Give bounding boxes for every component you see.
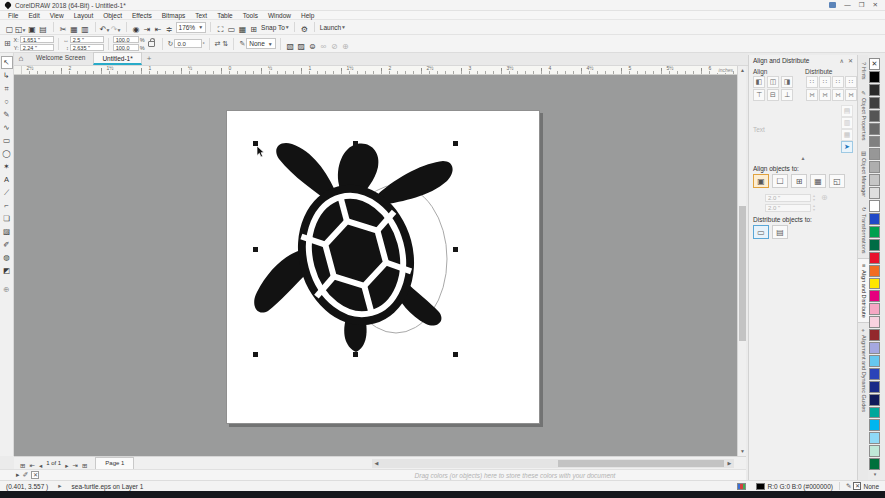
distribute-right-icon[interactable]: ∷	[845, 76, 857, 88]
align-center-vertical-icon[interactable]: ⊟	[767, 89, 779, 101]
palette-swatch-30-black[interactable]	[869, 161, 880, 173]
tab-welcome-screen[interactable]: Welcome Screen	[28, 52, 93, 65]
docker-tab-hints[interactable]: ?Hints	[858, 57, 869, 85]
distribute-top-icon[interactable]: ∺	[806, 89, 818, 101]
wrap-paragraph-text-icon[interactable]: ▧	[285, 40, 296, 52]
minimize-button[interactable]: —	[844, 2, 851, 9]
y-position-field[interactable]: 2.24 "	[20, 44, 54, 51]
restore-button[interactable]: ❐	[859, 2, 865, 9]
palette-swatch-forest-green[interactable]	[869, 458, 880, 470]
palette-swatch-no-color[interactable]: ✕	[869, 58, 880, 70]
align-center-horizontal-icon[interactable]: ◫	[767, 76, 779, 88]
pick-tool[interactable]: ↖	[1, 56, 13, 69]
no-color-swatch[interactable]: ✕	[31, 471, 39, 479]
palette-swatch-navy[interactable]	[869, 394, 880, 406]
home-icon[interactable]: ⌂	[14, 53, 28, 65]
scroll-down-icon[interactable]: ▼	[738, 447, 747, 456]
cut-icon[interactable]: ✂	[58, 24, 69, 36]
selection-handle-middle-left[interactable]	[253, 247, 258, 252]
color-eyedropper-tool[interactable]: ✐	[1, 238, 13, 251]
palette-swatch-50-black[interactable]	[869, 136, 880, 148]
color-proof-icon[interactable]	[737, 483, 746, 490]
distribute-spacing-v-icon[interactable]: ∺	[832, 89, 844, 101]
pick-reference-point-icon[interactable]: ➤	[841, 141, 853, 153]
freehand-tool[interactable]: ✎	[1, 108, 13, 121]
rectangle-tool[interactable]: ▭	[1, 134, 13, 147]
last-page-icon[interactable]: ⇥	[70, 462, 79, 469]
previous-page-icon[interactable]: ◂	[37, 462, 44, 469]
mirror-horizontal-icon[interactable]: ⇄	[215, 40, 221, 48]
distribute-to-page-button[interactable]: ▤	[772, 225, 788, 239]
distribute-bottom-icon[interactable]: ∺	[845, 89, 857, 101]
add-properties-icon[interactable]: ⊕	[340, 40, 351, 52]
x-position-field[interactable]: 1.651 "	[20, 36, 54, 43]
palette-swatch-light-cyan[interactable]	[869, 432, 880, 444]
tab-untitled-1[interactable]: Untitled-1*	[93, 52, 141, 65]
align-baseline-first-icon[interactable]: ▤	[841, 105, 853, 117]
spinner-icons[interactable]: ▴▾	[813, 194, 815, 202]
selection-handle-top-center[interactable]	[353, 141, 358, 146]
new-document-icon[interactable]: ▢	[4, 24, 15, 36]
palette-swatch-maroon[interactable]	[869, 329, 880, 341]
align-top-icon[interactable]: ⊤	[753, 89, 765, 101]
polygon-tool[interactable]: ✶	[1, 160, 13, 173]
palette-swatch-magenta[interactable]	[869, 290, 880, 302]
palette-swatch-green[interactable]	[869, 226, 880, 238]
sea-turtle-artwork[interactable]	[253, 141, 457, 356]
docker-tab-alignment-and-dynamic-guides[interactable]: ⌖Alignment and Dynamic Guides	[858, 323, 869, 417]
object-height-field[interactable]: 2.635 "	[70, 44, 104, 51]
drawing-canvas[interactable]	[14, 75, 737, 456]
zoom-tool[interactable]: ○	[1, 95, 13, 108]
distribute-spacing-h-icon[interactable]: ∷	[832, 76, 844, 88]
paste-icon[interactable]: ▥	[80, 24, 91, 36]
page-1-tab[interactable]: Page 1	[95, 457, 134, 469]
ruler-origin-corner[interactable]	[14, 66, 22, 75]
docker-collapse-icon[interactable]: ∧	[840, 57, 844, 64]
outline-width-combo[interactable]: None ▼	[246, 38, 276, 49]
palette-scroll-down-icon[interactable]: ▾	[874, 471, 877, 477]
align-to-active-objects-button[interactable]: ▣	[753, 174, 769, 188]
palette-swatch-orange[interactable]	[869, 265, 880, 277]
palette-swatch-mint[interactable]	[869, 445, 880, 457]
palette-swatch-80-black[interactable]	[869, 97, 880, 109]
show-grid-icon[interactable]: ▦	[237, 24, 248, 36]
crop-tool[interactable]: ⌗	[1, 82, 13, 95]
docker-collapse-chevron[interactable]: ▲	[749, 155, 857, 162]
smart-fill-tool[interactable]: ◩	[1, 264, 13, 277]
palette-swatch-blue[interactable]	[869, 213, 880, 225]
distribute-left-icon[interactable]: ∷	[806, 76, 818, 88]
copy-icon[interactable]: ▦	[69, 24, 80, 36]
align-bounding-box-icon[interactable]: ▦	[841, 129, 853, 141]
palette-swatch-black[interactable]	[869, 71, 880, 83]
align-to-page-edge-button[interactable]: ☐	[772, 174, 788, 188]
align-baseline-last-icon[interactable]: ▥	[841, 117, 853, 129]
status-expand-icon[interactable]: ▸	[58, 482, 61, 490]
distribute-center-v-icon[interactable]: ∺	[819, 89, 831, 101]
selection-handle-top-right[interactable]	[453, 141, 458, 146]
palette-swatch-70-black[interactable]	[869, 110, 880, 122]
vertical-scroll-thumb[interactable]	[739, 206, 746, 341]
align-to-grid-button[interactable]: ▦	[810, 174, 826, 188]
palette-swatch-yellow[interactable]	[869, 278, 880, 290]
align-left-icon[interactable]: ◧	[753, 76, 765, 88]
palette-swatch-dark-green[interactable]	[869, 239, 880, 251]
docker-tab-object-manager[interactable]: ▤Object Manager	[858, 145, 869, 202]
convert-to-curves-icon[interactable]: ▨	[296, 40, 307, 52]
add-page-after-icon[interactable]: ⊞	[80, 462, 89, 469]
eyedropper-icon[interactable]: ✐	[23, 471, 29, 479]
lock-ratio-icon[interactable]	[148, 41, 155, 47]
spinner-icons[interactable]: ▴▾	[813, 204, 815, 212]
publish-pdf-icon[interactable]: ≑	[164, 24, 175, 36]
export-icon[interactable]: ⇤	[153, 24, 164, 36]
align-to-page-center-button[interactable]: ⊞	[791, 174, 807, 188]
palette-swatch-90-black[interactable]	[869, 84, 880, 96]
interactive-fill-tool[interactable]: ◍	[1, 251, 13, 264]
first-page-icon[interactable]: ⇤	[27, 462, 36, 469]
connector-tool[interactable]: ⌐	[1, 199, 13, 212]
customize-toolbox-button[interactable]: ⊕	[1, 283, 13, 296]
artistic-media-tool[interactable]: ∿	[1, 121, 13, 134]
selection-handle-bottom-center[interactable]	[353, 352, 358, 357]
distribute-to-selection-button[interactable]: ▭	[753, 225, 769, 239]
redo-icon[interactable]: ↷▼	[111, 24, 122, 36]
transparency-tool[interactable]: ▨	[1, 225, 13, 238]
